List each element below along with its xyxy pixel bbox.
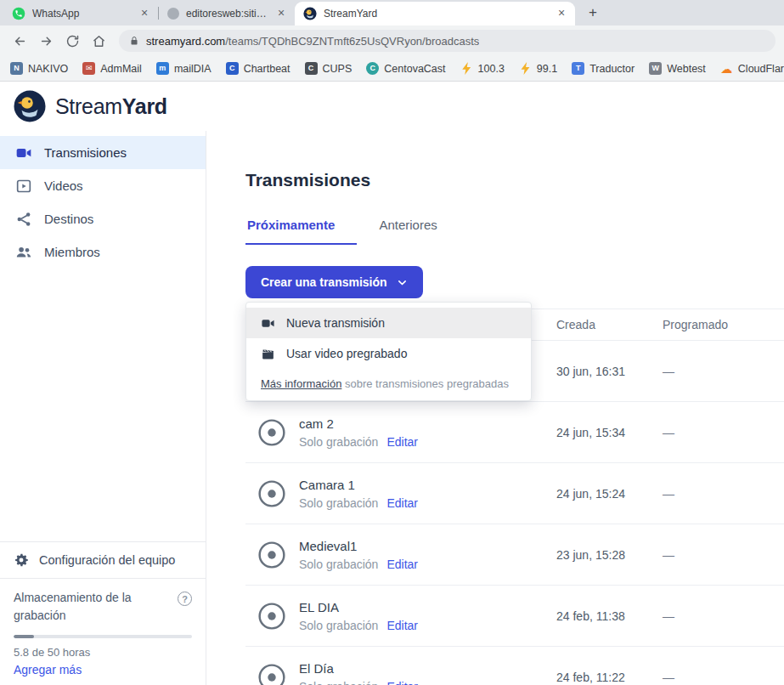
- created-value: 24 feb, 11:22: [556, 671, 663, 684]
- storage-progress-fill: [14, 635, 34, 638]
- bookmark-centovacast[interactable]: CCentovaCast: [366, 62, 445, 75]
- broadcast-type: Solo grabación: [299, 496, 378, 510]
- bookmark-label: mailDIA: [174, 63, 212, 75]
- bookmark-admmail[interactable]: ✉AdmMail: [82, 62, 142, 75]
- created-value: 23 jun, 15:28: [556, 548, 663, 562]
- tab-title: editoresweb:sitioweb:eldia.co: [186, 8, 268, 20]
- bookmark-label: NAKIVO: [28, 63, 68, 75]
- learn-more-link[interactable]: Más información: [261, 377, 341, 390]
- created-value: 24 jun, 15:34: [556, 426, 663, 439]
- edit-link[interactable]: Editar: [386, 619, 418, 632]
- create-broadcast-button[interactable]: Crear una transmisión: [245, 266, 423, 298]
- edit-link[interactable]: Editar: [386, 680, 418, 685]
- bookmark-chartbeat[interactable]: CChartbeat: [226, 62, 290, 75]
- bookmark-100-3[interactable]: 100.3: [460, 62, 505, 75]
- broadcast-type: Solo grabación: [299, 680, 378, 685]
- column-scheduled: Programado: [663, 318, 784, 331]
- tab-proximamente[interactable]: Próximamente: [245, 218, 357, 245]
- tab-whatsapp[interactable]: WhatsApp ×: [3, 2, 158, 25]
- scheduled-value: —: [663, 671, 784, 684]
- bookmark-label: CentovaCast: [384, 63, 445, 75]
- close-icon[interactable]: ×: [274, 7, 288, 20]
- record-icon: [257, 602, 286, 631]
- bookmark-99-1[interactable]: 99.1: [519, 62, 557, 75]
- 100-3-favicon-icon: [460, 62, 473, 75]
- bookmark-label: Traductor: [589, 63, 635, 75]
- streamyard-icon: [303, 7, 317, 20]
- close-icon[interactable]: ×: [555, 7, 568, 20]
- lock-icon: [129, 36, 139, 46]
- storage-usage: 5.8 de 50 horas: [14, 646, 192, 659]
- forward-button[interactable]: [35, 30, 58, 53]
- broadcast-title: Camara 1: [299, 478, 418, 492]
- create-dropdown-menu: Nueva transmisión Usar video pregrabado …: [245, 302, 532, 401]
- cloudflare-favicon-icon: ☁: [720, 62, 733, 75]
- gear-icon: [14, 552, 29, 568]
- sidebar-item-miembros[interactable]: Miembros: [0, 235, 206, 269]
- bookmark-cups[interactable]: CCUPS: [305, 62, 353, 75]
- brand-name: StreamYard: [55, 94, 167, 119]
- created-value: 24 jun, 15:24: [556, 487, 663, 501]
- sidebar-item-destinos[interactable]: Destinos: [0, 202, 206, 235]
- dropdown-footer: Más información sobre transmisiones preg…: [246, 369, 531, 393]
- nakivo-favicon-icon: N: [10, 62, 23, 75]
- menu-item-new-broadcast[interactable]: Nueva transmisión: [246, 308, 531, 338]
- tab-editoresweb[interactable]: editoresweb:sitioweb:eldia.co ×: [159, 2, 295, 25]
- broadcast-cell: cam 2Solo grabaciónEditar: [245, 416, 556, 449]
- sidebar-item-videos[interactable]: Videos: [0, 169, 206, 202]
- camera-icon: [261, 316, 275, 331]
- tab-title: StreamYard: [324, 8, 548, 20]
- tab-streamyard[interactable]: StreamYard ×: [295, 2, 575, 25]
- broadcast-cell: EL DIASolo grabaciónEditar: [245, 600, 556, 632]
- storage-title: Almacenamiento de la grabación: [14, 589, 160, 624]
- broadcast-type: Solo grabación: [299, 435, 378, 449]
- sidebar-item-label: Miembros: [44, 245, 100, 259]
- tab-anteriores[interactable]: Anteriores: [377, 218, 459, 245]
- sidebar-item-transmisiones[interactable]: Transmisiones: [0, 136, 206, 169]
- bookmark-cloudflare[interactable]: ☁CloudFlare: [720, 62, 784, 75]
- 99-1-favicon-icon: [519, 62, 532, 75]
- scheduled-value: —: [663, 426, 784, 439]
- back-button[interactable]: [8, 30, 31, 53]
- centovacast-favicon-icon: C: [366, 62, 379, 75]
- broadcast-type: Solo grabación: [299, 558, 378, 571]
- team-settings-label: Configuración del equipo: [39, 553, 175, 567]
- storage-section: Almacenamiento de la grabación ? 5.8 de …: [0, 579, 206, 685]
- maildia-favicon-icon: m: [156, 62, 169, 75]
- address-bar[interactable]: streamyard.com/teams/TQDhBC9ZNTmft6z5UsQ…: [119, 30, 776, 52]
- help-icon[interactable]: ?: [178, 592, 192, 606]
- video-library-icon: [15, 178, 32, 195]
- bookmark-label: CUPS: [323, 63, 353, 75]
- traductor-favicon-icon: T: [572, 62, 584, 75]
- bookmark-webtest[interactable]: WWebtest: [649, 62, 706, 75]
- main-content: Transmisiones Próximamente Anteriores Cr…: [206, 131, 784, 685]
- bookmark-maildia[interactable]: mmailDIA: [156, 62, 212, 75]
- broadcast-title: El Día: [299, 661, 418, 676]
- site-favicon-icon: [167, 8, 179, 20]
- page-title: Transmisiones: [245, 170, 784, 190]
- broadcast-title: EL DIA: [299, 600, 418, 614]
- record-icon: [257, 541, 286, 569]
- new-tab-button[interactable]: +: [582, 2, 604, 24]
- reload-button[interactable]: [61, 30, 84, 53]
- broadcast-type: Solo grabación: [299, 619, 378, 632]
- bookmark-label: CloudFlare: [738, 63, 784, 75]
- create-broadcast-label: Crear una transmisión: [261, 275, 387, 289]
- close-icon[interactable]: ×: [138, 7, 151, 20]
- sidebar-item-label: Transmisiones: [44, 145, 127, 160]
- menu-item-prerecorded[interactable]: Usar video pregrabado: [246, 338, 531, 369]
- bookmark-label: 99.1: [537, 63, 557, 75]
- bookmark-nakivo[interactable]: NNAKIVO: [10, 62, 68, 75]
- add-more-link[interactable]: Agregar más: [14, 663, 192, 677]
- sidebar: TransmisionesVideosDestinosMiembros Conf…: [0, 131, 206, 685]
- team-settings-button[interactable]: Configuración del equipo: [0, 542, 206, 578]
- admmail-favicon-icon: ✉: [82, 62, 95, 75]
- browser-window: WhatsApp × editoresweb:sitioweb:eldia.co…: [0, 0, 784, 685]
- edit-link[interactable]: Editar: [386, 435, 418, 449]
- edit-link[interactable]: Editar: [386, 496, 418, 510]
- home-button[interactable]: [87, 30, 110, 53]
- broadcast-row: Camara 1Solo grabaciónEditar24 jun, 15:2…: [245, 463, 784, 524]
- edit-link[interactable]: Editar: [386, 558, 418, 571]
- menu-item-label: Nueva transmisión: [286, 316, 385, 330]
- bookmark-traductor[interactable]: TTraductor: [572, 62, 635, 75]
